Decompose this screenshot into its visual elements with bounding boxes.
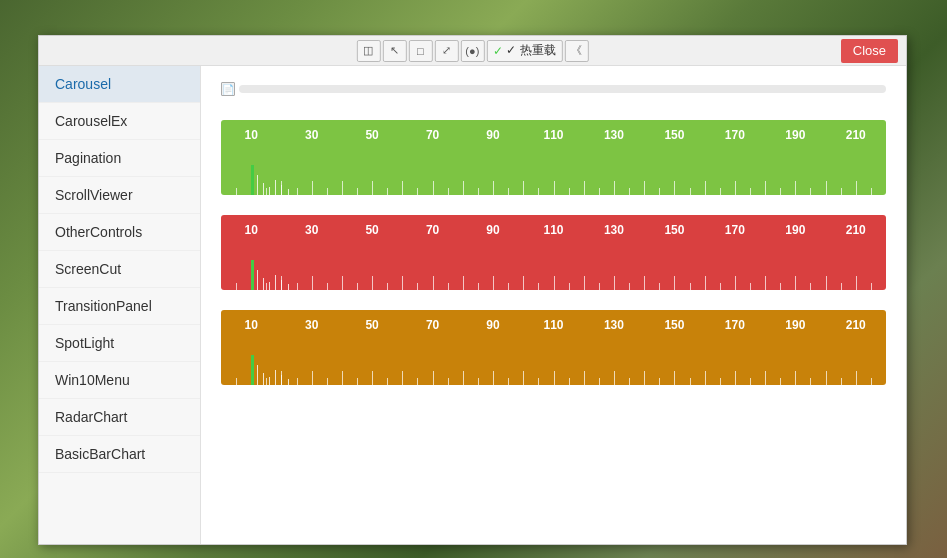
select-tool-button[interactable]: ◫ (356, 40, 380, 62)
scroll-indicator: 📄 (221, 82, 886, 96)
hot-reload-label: ✓ 热重载 (506, 42, 555, 59)
scroll-track[interactable] (239, 85, 886, 93)
rect-tool-button[interactable]: □ (408, 40, 432, 62)
sidebar-item-carousel[interactable]: Carousel (39, 66, 200, 103)
check-icon: ✓ (493, 44, 503, 58)
sidebar-item-scrollviewer[interactable]: ScrollViewer (39, 177, 200, 214)
ruler-orange[interactable]: 1030507090110130150170190210 (221, 310, 886, 385)
sidebar-item-win10menu[interactable]: Win10Menu (39, 362, 200, 399)
sidebar-item-othercontrols[interactable]: OtherControls (39, 214, 200, 251)
main-content: 📄 1030507090110130150170190210 103050709… (201, 66, 906, 544)
title-bar: ◫ ↖ □ ⤢ (●) ✓ ✓ 热重载 《 Close (39, 36, 906, 66)
sidebar-item-screencut[interactable]: ScreenCut (39, 251, 200, 288)
scroll-left-button[interactable]: 📄 (221, 82, 235, 96)
ruler-green[interactable]: 1030507090110130150170190210 (221, 120, 886, 195)
circle-tool-button[interactable]: (●) (460, 40, 484, 62)
sidebar-item-basicbarchart[interactable]: BasicBarChart (39, 436, 200, 473)
collapse-tool-button[interactable]: 《 (565, 40, 589, 62)
sidebar-item-spotlight[interactable]: SpotLight (39, 325, 200, 362)
content-area: Carousel CarouselEx Pagination ScrollVie… (39, 66, 906, 544)
main-window: ◫ ↖ □ ⤢ (●) ✓ ✓ 热重载 《 Close Carousel Car… (38, 35, 907, 545)
close-button[interactable]: Close (841, 39, 898, 63)
sidebar-item-pagination[interactable]: Pagination (39, 140, 200, 177)
sidebar-item-radarchart[interactable]: RadarChart (39, 399, 200, 436)
hot-reload-button[interactable]: ✓ ✓ 热重载 (486, 40, 562, 62)
sidebar-item-transitionpanel[interactable]: TransitionPanel (39, 288, 200, 325)
resize-tool-button[interactable]: ⤢ (434, 40, 458, 62)
sidebar-item-carouselex[interactable]: CarouselEx (39, 103, 200, 140)
sidebar: Carousel CarouselEx Pagination ScrollVie… (39, 66, 201, 544)
toolbar: ◫ ↖ □ ⤢ (●) ✓ ✓ 热重载 《 (356, 40, 588, 62)
page-icon: 📄 (222, 84, 234, 95)
ruler-red[interactable]: 1030507090110130150170190210 (221, 215, 886, 290)
cursor-tool-button[interactable]: ↖ (382, 40, 406, 62)
